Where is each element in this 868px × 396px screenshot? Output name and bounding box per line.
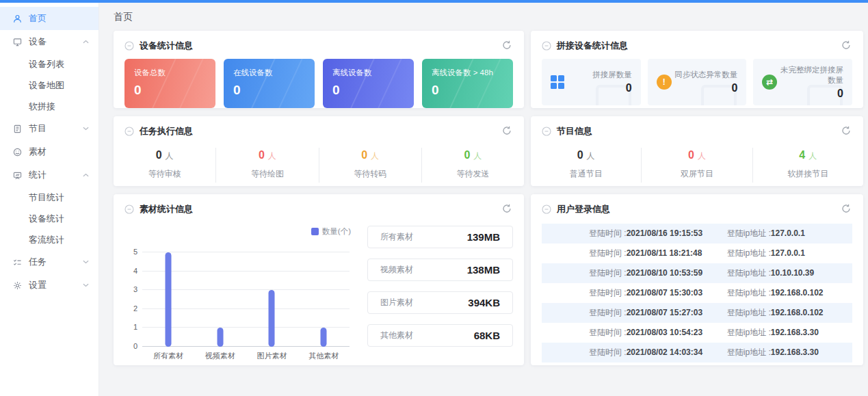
chevron-up-icon — [83, 173, 89, 177]
login-row-list: 登陆时间 :2021/08/16 19:15:53登陆ip地址 :127.0.0… — [531, 215, 863, 362]
refresh-icon[interactable] — [502, 40, 513, 51]
gridline: 4 — [142, 271, 350, 272]
card-title: 用户登录信息 — [557, 203, 610, 215]
sidebar-item-device-stats[interactable]: 设备统计 — [0, 208, 98, 229]
program-stat-soft-splice: 4人 软拼接节目 — [752, 148, 863, 183]
refresh-icon[interactable] — [841, 204, 852, 215]
x-tick-label: 图片素材 — [257, 351, 287, 361]
login-row: 登陆时间 :2021/08/10 10:53:59登陆ip地址 :10.10.1… — [542, 263, 852, 283]
login-time: 登陆时间 :2021/08/07 15:27:03 — [542, 307, 719, 319]
sync-icon: ⇄ — [762, 75, 777, 90]
sidebar-item-program[interactable]: 节目 — [0, 117, 98, 140]
card-marker-icon — [542, 204, 551, 214]
gridline: 3 — [142, 289, 350, 290]
sidebar-item-material[interactable]: 素材 — [0, 140, 98, 163]
card-marker-icon — [542, 41, 551, 51]
gear-icon — [12, 280, 23, 291]
bar-chart-xlabels: 所有素材视频素材图片素材其他素材 — [142, 351, 350, 360]
list-item-video-materials: 视频素材 138MB — [367, 259, 513, 281]
program-stat-dual-screen: 0人 双屏节目 — [641, 148, 752, 183]
person-icon: 人 — [473, 151, 482, 161]
login-ip: 登陆ip地址 :127.0.0.1 — [719, 228, 852, 239]
login-ip: 登陆ip地址 :10.10.10.39 — [719, 267, 852, 279]
login-ip: 登陆ip地址 :192.168.3.30 — [719, 327, 852, 339]
sidebar: 首页 设备 设备列表 设备地图 软拼接 节目 素材 统计 节目统计 设备统计 客… — [0, 3, 99, 396]
chart-legend[interactable]: 数量(个) — [311, 226, 351, 237]
login-row: 登陆时间 :2021/08/03 10:54:23登陆ip地址 :192.168… — [542, 323, 852, 343]
sidebar-item-device-list[interactable]: 设备列表 — [0, 53, 98, 75]
y-tick-label: 1 — [133, 323, 137, 331]
login-row: 登陆时间 :2021/08/11 18:21:48登陆ip地址 :127.0.0… — [542, 243, 852, 263]
list-item-other-materials: 其他素材 68KB — [367, 324, 513, 347]
bar-chart: 数量(个) 012345 所有素材视频素材图片素材其他素材 — [124, 220, 360, 365]
chevron-down-icon — [83, 283, 89, 287]
login-row: 登陆时间 :2021/08/02 14:03:34登陆ip地址 :192.168… — [542, 343, 852, 362]
stat-box-device-online: 在线设备数 0 — [224, 59, 315, 108]
program-stat-normal: 0人 普通节目 — [531, 148, 641, 183]
gridline: 0 — [142, 346, 350, 347]
card-title: 素材统计信息 — [140, 203, 193, 215]
splice-screen-count: 拼接屏数量 0 — [542, 59, 641, 105]
card-title: 节目信息 — [557, 125, 592, 137]
grid-icon — [551, 75, 564, 89]
bar-其他素材 — [321, 328, 327, 347]
sidebar-item-task[interactable]: 任务 — [0, 250, 98, 274]
x-tick-label: 其他素材 — [308, 351, 339, 361]
top-accent-bar — [0, 0, 868, 3]
refresh-icon[interactable] — [502, 126, 513, 137]
gridline: 2 — [142, 308, 350, 309]
sidebar-item-label: 统计 — [29, 169, 47, 181]
login-ip: 登陆ip地址 :192.168.0.102 — [719, 307, 852, 319]
refresh-icon[interactable] — [502, 204, 513, 215]
list-item-image-materials: 图片素材 394KB — [367, 291, 513, 314]
splice-unbound-count: ⇄ 未完整绑定拼接屏数量 0 — [753, 59, 852, 105]
y-tick-label: 0 — [133, 342, 137, 350]
sidebar-item-statistics[interactable]: 统计 — [0, 163, 98, 187]
breadcrumb-bar: 首页 — [100, 3, 868, 31]
login-row: 登陆时间 :2021/08/07 15:27:03登陆ip地址 :192.168… — [542, 303, 852, 323]
bar-图片素材 — [269, 290, 275, 347]
gridline: 5 — [142, 252, 350, 252]
card-marker-icon — [124, 204, 134, 214]
sidebar-item-device-map[interactable]: 设备地图 — [0, 75, 98, 96]
task-stat-waiting-review: 0人 等待审核 — [114, 148, 215, 183]
sidebar-item-device[interactable]: 设备 — [0, 30, 98, 53]
sidebar-item-label: 任务 — [29, 256, 47, 268]
splice-sync-error-count: ! 同步状态异常数量 0 — [648, 59, 747, 105]
refresh-icon[interactable] — [841, 40, 852, 51]
bar-所有素材 — [165, 252, 171, 347]
card-marker-icon — [542, 127, 551, 136]
login-ip: 登陆ip地址 :192.168.0.102 — [719, 287, 852, 299]
sidebar-item-label: 节目 — [29, 122, 47, 135]
bar-chart-plot: 012345 — [142, 252, 350, 347]
person-icon: 人 — [808, 151, 817, 161]
sidebar-item-label: 素材 — [29, 146, 47, 158]
splice-stats-card: 拼接设备统计信息 拼接屏数量 0 ! 同步状态异常数量 — [531, 31, 863, 108]
card-marker-icon — [124, 127, 134, 136]
refresh-icon[interactable] — [841, 126, 852, 137]
chevron-down-icon — [83, 260, 89, 264]
sidebar-item-traffic-stats[interactable]: 客流统计 — [0, 229, 98, 250]
person-icon: 人 — [587, 151, 595, 161]
card-marker-icon — [124, 41, 134, 51]
chart-board-icon — [12, 170, 23, 181]
bar-视频素材 — [217, 328, 223, 347]
gridline: 1 — [142, 327, 350, 328]
breadcrumb[interactable]: 首页 — [114, 11, 133, 23]
stat-box-device-offline-48h: 离线设备数 > 48h 0 — [422, 59, 513, 108]
user-icon — [12, 14, 23, 24]
login-time: 登陆时间 :2021/08/16 19:15:53 — [542, 228, 719, 239]
login-ip: 登陆ip地址 :192.168.3.30 — [719, 347, 852, 358]
person-icon: 人 — [698, 151, 706, 161]
stat-box-device-offline: 离线设备数 0 — [323, 59, 414, 108]
y-tick-label: 5 — [133, 248, 137, 256]
media-icon — [12, 147, 23, 157]
login-row: 登陆时间 :2021/08/07 15:30:03登陆ip地址 :192.168… — [542, 283, 852, 303]
legend-swatch-icon — [311, 228, 319, 235]
x-tick-label: 视频素材 — [205, 351, 235, 361]
sidebar-item-program-stats[interactable]: 节目统计 — [0, 187, 98, 208]
sidebar-item-soft-splice[interactable]: 软拼接 — [0, 96, 98, 117]
sidebar-item-settings[interactable]: 设置 — [0, 274, 98, 297]
login-info-card: 用户登录信息 登陆时间 :2021/08/16 19:15:53登陆ip地址 :… — [531, 194, 863, 365]
sidebar-item-home[interactable]: 首页 — [0, 7, 98, 30]
